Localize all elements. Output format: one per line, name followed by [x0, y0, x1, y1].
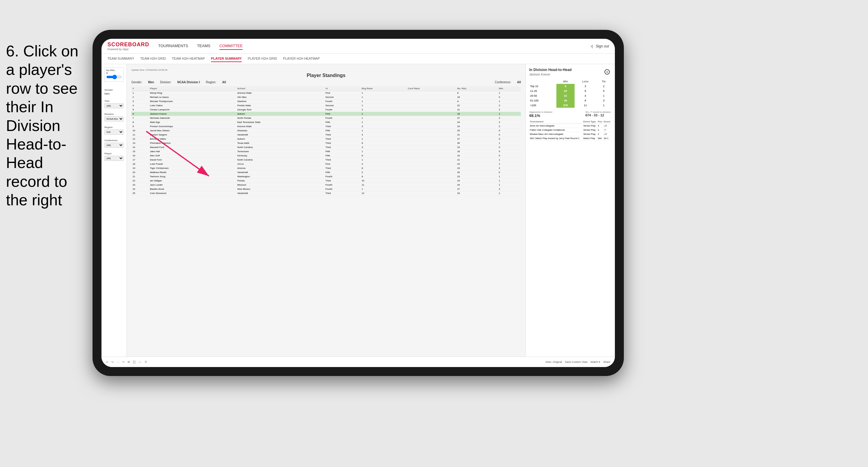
cell-win: 2 [498, 108, 521, 112]
table-row[interactable]: 25 Cole Sherwood Vanderbilt Third 12 23 … [131, 191, 521, 195]
conference-select[interactable]: (All) [104, 143, 124, 148]
cell-conf [407, 124, 456, 129]
sub-nav-team-h2h-heatmap[interactable]: TEAM H2H HEATMAP [172, 56, 205, 62]
cell-conf [407, 112, 456, 116]
share-button[interactable]: Share [603, 361, 611, 364]
region-select[interactable]: N/A [104, 129, 124, 134]
close-button[interactable]: ✕ [604, 69, 610, 74]
table-row[interactable]: 21 Taehoon Song Washington Fourth 6 23 1 [131, 175, 521, 179]
cell-num: 18 [131, 162, 149, 166]
cell-player: Alex Goff [149, 154, 236, 158]
h2h-col-loss: Loss [575, 79, 596, 84]
cell-player: Jake Hall [149, 150, 236, 154]
table-row[interactable]: 9 Preston Summerhays Arizona State Third… [131, 124, 521, 129]
redo-button[interactable]: ↪ [111, 361, 114, 364]
table-row[interactable]: 23 Jack Lundin Missouri Fourth 11 24 1 [131, 183, 521, 187]
cell-rds: 24 [456, 179, 498, 183]
cell-rds: 27 [456, 116, 498, 120]
conference-filter-label: Conference: [495, 81, 511, 84]
cell-num: 23 [131, 183, 149, 187]
table-row[interactable]: 17 David Ford North Carolina Third 1 21 … [131, 158, 521, 162]
year-label: Year [104, 100, 124, 102]
table-row[interactable]: 14 Maxwell Ford North Carolina Third 3 2… [131, 145, 521, 150]
cell-school: Vanderbilt [236, 133, 324, 137]
cell-win: 0 [498, 154, 521, 158]
paste-button[interactable]: 📋 [132, 361, 136, 364]
h2h-tie: 1 [596, 93, 611, 98]
table-row[interactable]: 22 Ian Gilligan Florida Third 10 24 1 [131, 179, 521, 183]
h2h-col-tie: Tie [596, 79, 611, 84]
table-row[interactable]: 3 Michael Thorbjornsen Stanford Fourth 1… [131, 99, 521, 103]
sub-nav-player-summary[interactable]: PLAYER SUMMARY [211, 56, 242, 62]
nav-teams[interactable]: TEAMS [197, 42, 211, 50]
player-select[interactable]: (All) [104, 156, 124, 161]
table-row[interactable]: 11 Gordon Sargent Vanderbilt Third 4 21 … [131, 133, 521, 137]
view-original-button[interactable]: View: Original [545, 361, 562, 364]
cell-yr: First [324, 112, 360, 116]
clock-button[interactable]: ⏱ [145, 361, 147, 364]
h2h-col-win: Win [556, 79, 574, 84]
table-row[interactable]: 4 Luke Claton Florida State Second 1 22 … [131, 103, 521, 108]
cell-yr: Third [324, 191, 360, 195]
division-select[interactable]: NCAA Division I [104, 116, 124, 121]
table-row[interactable]: 2 Michael La Sasso Ole Miss Second 1 18 … [131, 95, 521, 99]
nav-tournaments[interactable]: TOURNAMENTS [158, 42, 188, 50]
cell-rds: 24 [456, 124, 498, 129]
table-row[interactable]: 19 Tiger Christensen Arizona Third 8 23 … [131, 166, 521, 170]
nav-committee[interactable]: COMMITTEE [219, 42, 243, 50]
sub-nav-team-h2h-grid[interactable]: TEAM H2H GRID [140, 56, 166, 62]
cell-reg: 4 [360, 162, 407, 166]
cut-button[interactable]: ✂ [122, 361, 125, 364]
cell-rds: 21 [456, 108, 498, 112]
sub-nav-player-h2h-heatmap[interactable]: PLAYER H2H HEATMAP [283, 56, 320, 62]
table-row[interactable]: 10 Jacob Max Olesen Arkansas Fifth 1 25 … [131, 129, 521, 133]
table-row[interactable]: 15 Jake Hall Tennessee Fifth 1 18 0 [131, 150, 521, 154]
cell-yr: Third [324, 137, 360, 141]
col-no-rds: No. Rds. [456, 86, 498, 91]
forward-button[interactable]: → [117, 361, 119, 364]
copy-button[interactable]: ⧉ [128, 361, 129, 364]
table-row[interactable]: 20 Matthew Riedel Vanderbilt Fifth 2 26 … [131, 170, 521, 175]
table-row[interactable]: 24 Bastien Amat New Mexico Fourth 1 27 2 [131, 187, 521, 191]
cell-school: Auburn [236, 112, 324, 116]
cell-win: 1 [498, 112, 521, 116]
h2h-tie: 2 [596, 84, 611, 89]
table-row[interactable]: 13 Phichaksn Maichon Texas A&M Third 6 3… [131, 141, 521, 145]
col-school: School [236, 86, 324, 91]
logo-area: SCOREBOARD Powered by clippi [107, 41, 149, 51]
sign-out-button[interactable]: Sign out [596, 44, 609, 48]
save-custom-button[interactable]: Save Custom View [565, 361, 587, 364]
cell-win: 0 [498, 133, 521, 137]
sub-nav-team-summary[interactable]: TEAM SUMMARY [107, 56, 134, 62]
h2h-col-category [529, 79, 556, 84]
h2h-panel: In Division Head-to-Head Jackson Koivun … [525, 64, 615, 356]
h2h-tie: 3 [596, 98, 611, 103]
cell-school: New Mexico [236, 187, 324, 191]
table-row[interactable]: 1 Wenyi Ding Arizona State First 1 8 1 [131, 91, 521, 95]
dash-button[interactable]: — [139, 361, 142, 364]
cell-reg: 1 [360, 91, 407, 95]
table-row[interactable]: 16 Alex Goff Kentucky Fifth 8 19 0 [131, 154, 521, 158]
undo-button[interactable]: ↩ [106, 361, 108, 364]
h2h-row: 26-50 22 4 1 [529, 93, 611, 98]
tablet-screen: SCOREBOARD Powered by clippi TOURNAMENTS… [101, 39, 615, 367]
table-row[interactable]: 5 Christo Lamprecht Georgia Tech Fourth … [131, 108, 521, 112]
no-rds-slider[interactable] [106, 74, 122, 80]
cell-school: North Florida [236, 116, 324, 120]
sub-nav-player-h2h-grid[interactable]: PLAYER H2H GRID [248, 56, 277, 62]
table-row[interactable]: 8 Mats Ege East Tennessee State Fifth 1 … [131, 120, 521, 124]
h2h-win: 20 [556, 89, 574, 93]
watch-button[interactable]: Watch ▾ [590, 361, 600, 364]
table-row[interactable]: 7 Nicholas Gabrelcik North Florida Fourt… [131, 116, 521, 120]
cell-win: 0 [498, 150, 521, 154]
table-row[interactable]: 12 Brendan Valles Auburn Third 1 27 0 [131, 137, 521, 141]
table-row[interactable]: 18 Luke Powell UCLA First 4 24 1 [131, 162, 521, 166]
division-section: Division NCAA Division I [104, 113, 124, 121]
cell-conf [407, 141, 456, 145]
table-row[interactable]: 6 Jackson Koivun Auburn First 1 18 1 [131, 112, 521, 116]
cell-win: 1 [498, 162, 521, 166]
cell-school: Arkansas [236, 129, 324, 133]
cell-win: 1 [498, 158, 521, 162]
cell-reg: 1 [360, 187, 407, 191]
year-select[interactable]: (All) [104, 103, 124, 108]
